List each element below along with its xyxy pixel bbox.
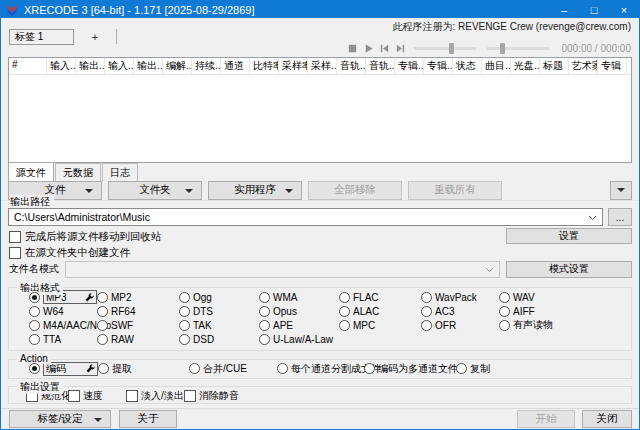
radio-icon: [259, 306, 270, 317]
format-option-w64[interactable]: W64: [29, 306, 97, 317]
format-option-tak[interactable]: TAK: [179, 320, 259, 331]
action-option-cue[interactable]: 合并/CUE: [189, 362, 277, 376]
radio-icon: [97, 292, 108, 303]
format-option-label: WAV: [513, 292, 535, 303]
column-header-c15[interactable]: 状态: [453, 58, 482, 74]
format-option-mp2[interactable]: MP2: [97, 292, 179, 303]
add-tab-button[interactable]: +: [82, 31, 108, 43]
format-option-aiff[interactable]: AIFF: [499, 306, 631, 317]
format-option-ac3[interactable]: AC3: [421, 306, 499, 317]
tab-source-files[interactable]: 源文件: [8, 162, 54, 181]
folder-menu-button[interactable]: 文件夹: [108, 181, 202, 200]
radio-icon: [339, 292, 350, 303]
column-header-c13[interactable]: 专辑...: [395, 58, 424, 74]
format-option-ogg[interactable]: Ogg: [179, 292, 259, 303]
output-setting-opt[interactable]: 速度: [68, 389, 126, 403]
action-group: Action 编码提取合并/CUE每个通道分割成文件编码为多通道文件复制: [8, 359, 632, 379]
column-header-c8[interactable]: 比特率: [250, 58, 279, 74]
app-window: XRECODE 3 [64-bit] - 1.171 [2025-08-29/2…: [0, 0, 640, 430]
format-option-swf[interactable]: SWF: [97, 320, 179, 331]
format-option-wma[interactable]: WMA: [259, 292, 339, 303]
output-setting-opt[interactable]: 消除静音: [184, 389, 239, 403]
output-path-combobox[interactable]: C:\Users\Administrator\Music: [8, 208, 603, 226]
column-header-c14[interactable]: 专辑...: [424, 58, 453, 74]
format-row: MP3MP2OggWMAFLACWavPackWAV: [29, 290, 631, 304]
format-option-opus[interactable]: Opus: [259, 306, 339, 317]
column-header-c18[interactable]: 标题: [540, 58, 569, 74]
action-option-opt[interactable]: 每个通道分割成文件: [277, 362, 364, 376]
format-option-rf64[interactable]: RF64: [97, 306, 179, 317]
action-option-opt[interactable]: 复制: [456, 362, 631, 376]
format-option-dts[interactable]: DTS: [179, 306, 259, 317]
action-option-opt[interactable]: 编码为多通道文件: [364, 362, 456, 376]
radio-icon: [499, 292, 510, 303]
format-option-label: ALAC: [353, 306, 379, 317]
column-header-c19[interactable]: 艺术家: [569, 58, 598, 74]
file-list: #输入...输出...输入...输出...编解...持续...通道比特率采样率采…: [8, 57, 632, 163]
column-header-c12[interactable]: 音轨...: [366, 58, 395, 74]
radio-icon: [189, 363, 200, 374]
about-button[interactable]: 关于: [119, 410, 177, 428]
utility-menu-label: 实用程序: [234, 183, 276, 197]
column-header-c5[interactable]: 编解...: [163, 58, 192, 74]
toolbar-dropdown-button[interactable]: [610, 181, 632, 200]
reload-all-button: 重载所有: [408, 181, 502, 200]
format-option-raw[interactable]: RAW: [97, 334, 179, 345]
radio-icon: [29, 306, 40, 317]
format-option-flac[interactable]: FLAC: [339, 292, 421, 303]
column-header-c0[interactable]: #: [9, 58, 47, 74]
tags-presets-button[interactable]: 标签/设定: [9, 410, 111, 428]
close-window-button[interactable]: ×: [609, 1, 639, 18]
format-option-u-law-a-law[interactable]: U-Law/A-Law: [259, 334, 339, 345]
separator: [1, 200, 639, 201]
format-option-alac[interactable]: ALAC: [339, 306, 421, 317]
column-header-c9[interactable]: 采样率: [279, 58, 308, 74]
pattern-settings-button[interactable]: 模式设置: [506, 261, 632, 278]
format-option-ofr[interactable]: OFR: [421, 320, 499, 331]
format-option-wav[interactable]: WAV: [499, 292, 631, 303]
format-option-dsd[interactable]: DSD: [179, 334, 259, 345]
column-header-c20[interactable]: 专辑: [598, 58, 627, 74]
column-header-c4[interactable]: 输出...: [134, 58, 163, 74]
format-option-ape[interactable]: APE: [259, 320, 339, 331]
output-settings-button[interactable]: 设置: [506, 228, 632, 244]
format-option-label: W64: [43, 306, 64, 317]
maximize-button[interactable]: □: [579, 1, 609, 18]
stop-icon: [347, 43, 358, 54]
output-setting-opt[interactable]: 淡入/淡出: [126, 389, 184, 403]
radio-icon: [97, 320, 108, 331]
column-header-c11[interactable]: 音轨...: [337, 58, 366, 74]
seek-slider: [414, 47, 476, 50]
format-option-tta[interactable]: TTA: [29, 334, 97, 345]
column-header-c10[interactable]: 采样...: [308, 58, 337, 74]
tab-metadata[interactable]: 元数据: [55, 163, 101, 181]
recycle-option[interactable]: 完成后将源文件移动到回收站: [9, 230, 162, 244]
skip-previous-icon: [379, 43, 390, 54]
document-tabstrip: 标签 1 +: [9, 28, 117, 45]
format-option-label: MPC: [353, 320, 375, 331]
close-button[interactable]: 关闭: [582, 410, 632, 428]
utility-menu-button[interactable]: 实用程序: [208, 181, 302, 200]
format-option-wavpack[interactable]: WavPack: [421, 292, 499, 303]
format-option-mpc[interactable]: MPC: [339, 320, 421, 331]
wrench-icon: [86, 364, 95, 373]
column-header-c7[interactable]: 通道: [221, 58, 250, 74]
format-option-m4a-aac-nero[interactable]: M4A/AAC/Nero: [29, 320, 97, 331]
title-bar: XRECODE 3 [64-bit] - 1.171 [2025-08-29/2…: [1, 1, 639, 18]
table-header: #输入...输出...输入...输出...编解...持续...通道比特率采样率采…: [9, 58, 631, 75]
radio-icon: [97, 334, 108, 345]
column-header-c16[interactable]: 曲目...: [482, 58, 511, 74]
browse-button[interactable]: ...: [608, 208, 632, 226]
action-option-opt[interactable]: 提取: [98, 362, 189, 376]
column-header-c1[interactable]: 输入...: [47, 58, 76, 74]
column-header-c3[interactable]: 输入...: [105, 58, 134, 74]
column-header-c6[interactable]: 持续...: [192, 58, 221, 74]
minimize-button[interactable]: –: [549, 1, 579, 18]
tab-log[interactable]: 日志: [102, 163, 138, 181]
toolbar: 文件 文件夹 实用程序 全部移除 重载所有: [8, 180, 632, 200]
tab-label-1[interactable]: 标签 1: [9, 29, 74, 45]
format-option-opt[interactable]: 有声读物: [499, 318, 631, 332]
column-header-c2[interactable]: 输出...: [76, 58, 105, 74]
create-in-source-option[interactable]: 在源文件夹中创建文件: [9, 246, 130, 260]
column-header-c17[interactable]: 光盘...: [511, 58, 540, 74]
